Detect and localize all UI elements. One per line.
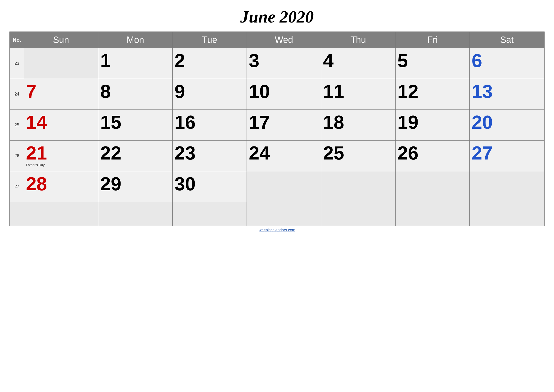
day-number: 2 bbox=[174, 51, 244, 70]
day-number: 13 bbox=[471, 82, 542, 101]
header-fri: Fri bbox=[395, 32, 470, 48]
header-tue: Tue bbox=[173, 32, 247, 48]
day-cell: 3 bbox=[247, 48, 321, 79]
day-cell: 11 bbox=[321, 79, 395, 110]
day-cell: 23 bbox=[173, 140, 247, 171]
day-cell: 21Father's Day bbox=[24, 140, 98, 171]
empty-cell bbox=[321, 202, 395, 226]
day-cell: 27 bbox=[470, 140, 544, 171]
day-cell: 1 bbox=[98, 48, 173, 79]
header-sat: Sat bbox=[470, 32, 544, 48]
day-cell: 25 bbox=[321, 140, 395, 171]
header-row: No. Sun Mon Tue Wed Thu Fri Sat bbox=[10, 32, 544, 48]
day-cell: 17 bbox=[247, 110, 321, 140]
day-number: 30 bbox=[174, 175, 244, 193]
day-cell: 16 bbox=[173, 110, 247, 140]
day-cell: 10 bbox=[247, 79, 321, 110]
calendar-week-row: 2478910111213 bbox=[10, 79, 544, 110]
day-number: 19 bbox=[397, 113, 467, 132]
empty-cell bbox=[173, 202, 247, 226]
empty-cell bbox=[470, 202, 544, 226]
empty-cell bbox=[395, 202, 470, 226]
day-cell: 14 bbox=[24, 110, 98, 140]
empty-cell bbox=[98, 202, 173, 226]
day-number: 4 bbox=[323, 51, 393, 70]
calendar-body: 2312345624789101112132514151617181920262… bbox=[10, 48, 544, 226]
day-number: 16 bbox=[174, 113, 244, 132]
day-number: 20 bbox=[471, 113, 542, 132]
day-cell bbox=[24, 48, 98, 79]
day-cell bbox=[470, 171, 544, 202]
calendar-empty-row bbox=[10, 202, 544, 226]
week-number: 25 bbox=[10, 110, 24, 140]
day-number: 10 bbox=[249, 82, 319, 101]
calendar-table: No. Sun Mon Tue Wed Thu Fri Sat 23123456… bbox=[9, 32, 545, 226]
calendar-week-row: 2514151617181920 bbox=[10, 110, 544, 140]
day-number: 24 bbox=[249, 144, 319, 163]
footer-link[interactable]: wheniscalendars.com bbox=[259, 228, 295, 232]
day-number: 25 bbox=[323, 144, 393, 163]
day-cell: 15 bbox=[98, 110, 173, 140]
day-cell bbox=[395, 171, 470, 202]
day-cell: 8 bbox=[98, 79, 173, 110]
day-cell: 6 bbox=[470, 48, 544, 79]
calendar-week-row: 2621Father's Day222324252627 bbox=[10, 140, 544, 171]
header-sun: Sun bbox=[24, 32, 98, 48]
day-number: 14 bbox=[26, 113, 96, 132]
day-number: 11 bbox=[323, 82, 393, 101]
day-number: 22 bbox=[100, 144, 170, 163]
day-cell: 28 bbox=[24, 171, 98, 202]
empty-cell bbox=[10, 202, 24, 226]
day-number: 1 bbox=[100, 51, 170, 70]
day-cell bbox=[321, 171, 395, 202]
week-number: 26 bbox=[10, 140, 24, 171]
day-number: 8 bbox=[100, 82, 170, 101]
day-cell bbox=[247, 171, 321, 202]
day-cell: 12 bbox=[395, 79, 470, 110]
day-cell: 19 bbox=[395, 110, 470, 140]
calendar-title: June 2020 bbox=[240, 7, 314, 27]
week-number: 24 bbox=[10, 79, 24, 110]
header-mon: Mon bbox=[98, 32, 173, 48]
day-cell: 24 bbox=[247, 140, 321, 171]
header-no: No. bbox=[10, 32, 24, 48]
calendar-week-row: 23123456 bbox=[10, 48, 544, 79]
day-number: 18 bbox=[323, 113, 393, 132]
day-number: 7 bbox=[26, 82, 96, 101]
day-number: 28 bbox=[26, 175, 96, 193]
day-number: 21 bbox=[26, 144, 96, 163]
day-cell: 13 bbox=[470, 79, 544, 110]
day-number: 5 bbox=[397, 51, 467, 70]
week-number: 27 bbox=[10, 171, 24, 202]
calendar-week-row: 27282930 bbox=[10, 171, 544, 202]
day-cell: 4 bbox=[321, 48, 395, 79]
day-number: 15 bbox=[100, 113, 170, 132]
day-number: 29 bbox=[100, 175, 170, 193]
day-cell: 22 bbox=[98, 140, 173, 171]
day-cell: 18 bbox=[321, 110, 395, 140]
empty-cell bbox=[247, 202, 321, 226]
day-cell: 26 bbox=[395, 140, 470, 171]
day-number: 27 bbox=[471, 144, 542, 163]
header-thu: Thu bbox=[321, 32, 395, 48]
day-number: 3 bbox=[249, 51, 319, 70]
day-cell: 29 bbox=[98, 171, 173, 202]
header-wed: Wed bbox=[247, 32, 321, 48]
day-number: 12 bbox=[397, 82, 467, 101]
day-cell: 7 bbox=[24, 79, 98, 110]
day-cell: 9 bbox=[173, 79, 247, 110]
day-cell: 20 bbox=[470, 110, 544, 140]
day-cell: 30 bbox=[173, 171, 247, 202]
empty-cell bbox=[24, 202, 98, 226]
week-number: 23 bbox=[10, 48, 24, 79]
day-number: 26 bbox=[397, 144, 467, 163]
day-number: 17 bbox=[249, 113, 319, 132]
day-cell: 5 bbox=[395, 48, 470, 79]
day-number: 9 bbox=[174, 82, 244, 101]
holiday-label: Father's Day bbox=[26, 163, 96, 167]
day-number: 23 bbox=[174, 144, 244, 163]
day-number: 6 bbox=[471, 51, 542, 70]
day-cell: 2 bbox=[173, 48, 247, 79]
